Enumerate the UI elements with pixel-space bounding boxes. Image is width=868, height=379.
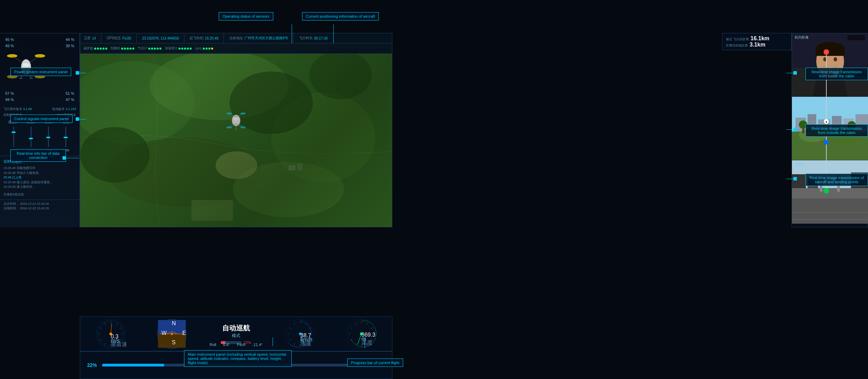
cabin-outside-dot bbox=[793, 128, 797, 131]
sdot bbox=[159, 48, 161, 50]
sep2 bbox=[136, 33, 137, 43]
beijing-value: 2016-12-22 15:42:26 bbox=[20, 202, 49, 205]
version-info: 飞行固件版本 3.1.08 电池版本 3.1.153 bbox=[0, 106, 80, 112]
log-entry-5: 15:25:58 接入图传存... bbox=[3, 185, 76, 190]
sdot bbox=[154, 48, 156, 50]
svg-rect-134 bbox=[792, 174, 806, 188]
gps-label: GPS状态 bbox=[107, 36, 121, 41]
baro-label: 气压计 bbox=[138, 46, 147, 51]
fp-dot-end bbox=[824, 188, 829, 194]
power-row-bot2: 49 % 47 % bbox=[5, 97, 74, 103]
realtime-dot bbox=[62, 156, 66, 160]
power-annotation-line bbox=[79, 73, 86, 73]
positioning-annotation: Current positioning information of aircr… bbox=[302, 12, 379, 20]
fp-dot-start bbox=[824, 49, 829, 55]
sep3 bbox=[184, 33, 184, 43]
power-tr2: 39 % bbox=[66, 43, 74, 49]
sdot bbox=[97, 48, 99, 50]
svg-text:N: N bbox=[172, 320, 176, 326]
local-value: 2016-12-22 15:42:26 bbox=[20, 207, 49, 210]
sdot bbox=[151, 48, 153, 50]
location-label: 当前地址 bbox=[229, 36, 243, 41]
slider-thumb-4 bbox=[64, 137, 68, 138]
sdot bbox=[208, 48, 210, 50]
local-time: 当地时间： 2016-12-22 15:42:26 bbox=[3, 206, 76, 211]
sdot bbox=[100, 48, 102, 50]
gps-sensor-label: GPS bbox=[195, 47, 202, 50]
duration-info: 飞行时长 00:17:38 bbox=[299, 36, 328, 41]
cabin-inside-panel: 机内影像 bbox=[792, 33, 868, 97]
beijing-label: 北京时间 bbox=[3, 202, 16, 205]
slider-track-3 bbox=[48, 126, 49, 147]
slider-track-2 bbox=[31, 126, 32, 147]
compass-label: 磁罗盘 bbox=[84, 46, 93, 51]
svg-rect-116 bbox=[848, 35, 865, 40]
landing-title: 起降点 bbox=[795, 162, 805, 167]
svg-rect-133 bbox=[792, 188, 868, 199]
log-entry-4: 15:25:48 接入成功, 连接连传通道... bbox=[3, 180, 76, 185]
baro-sensor: 气压计 bbox=[138, 46, 161, 51]
mode-sub: 模式 bbox=[221, 333, 251, 339]
sdot bbox=[130, 48, 132, 50]
pitch-label: Pitch bbox=[237, 343, 245, 347]
sdot bbox=[124, 48, 126, 50]
control-annotation: Control signals instrument panel bbox=[10, 115, 73, 123]
roll-value: 6.8° bbox=[223, 343, 230, 347]
power-row-top: 45 % 44 % bbox=[5, 37, 74, 43]
power-bl2: 49 % bbox=[5, 97, 14, 103]
sdot bbox=[211, 48, 213, 50]
power-bl: 57 % bbox=[5, 91, 14, 97]
duration-label: 飞行时长 bbox=[299, 36, 313, 41]
cabin-inside-title: 机内影像 bbox=[795, 35, 809, 40]
sdot bbox=[102, 48, 105, 50]
baro-dots bbox=[148, 48, 161, 50]
fp-arrow-icon: ▲ bbox=[825, 120, 828, 123]
coordinates: 23.192078, 113.494659 bbox=[142, 36, 179, 40]
sdot bbox=[127, 48, 129, 50]
nearest-value: 16.1km bbox=[751, 35, 769, 42]
fp-square-marker bbox=[824, 140, 828, 144]
roll-pitch-info: Roll 6.8° Pitch -11.4° bbox=[80, 341, 392, 348]
takeoff-time: 15:25:48 bbox=[205, 36, 218, 40]
takeoff-info: 起飞时刻 15:25:48 bbox=[190, 36, 218, 41]
nearest-label: 最近 飞行的距离 bbox=[726, 37, 749, 42]
gps-value: Fix3D bbox=[122, 36, 131, 40]
slider-track-1 bbox=[13, 126, 14, 147]
sdot bbox=[148, 48, 150, 50]
gps-dots bbox=[203, 48, 213, 50]
cabin-inside-dot bbox=[793, 71, 797, 75]
slider-track-4 bbox=[65, 126, 66, 147]
cabin-inside-line bbox=[786, 73, 793, 73]
battery-version: 电池版本 3.1.153 bbox=[52, 107, 76, 111]
sdot bbox=[178, 48, 181, 50]
satellite-info: 卫星 14 bbox=[84, 36, 96, 41]
svg-point-34 bbox=[23, 63, 30, 67]
main-container: 卫星 14 GPS状态 Fix3D 23.192078, 113.494659 … bbox=[0, 0, 868, 379]
duration-value: 00:17:38 bbox=[314, 36, 328, 40]
cabin-inside-annotation: Real-time image transmission from inside… bbox=[806, 68, 868, 80]
realtime-line bbox=[66, 158, 79, 158]
progress-percent: 22% bbox=[87, 362, 97, 368]
main-inst-line bbox=[273, 337, 273, 346]
sensor-annotation-line bbox=[292, 24, 292, 43]
nearest-distance: 最近 飞行的距离 16.1km bbox=[726, 35, 788, 42]
sensor-bar: 磁罗盘 陀螺仪 气压计 bbox=[80, 43, 392, 54]
map-overlay bbox=[80, 33, 392, 227]
compass-sensor: 磁罗盘 bbox=[84, 46, 107, 51]
left-panel: 45 % 44 % 49 % 39 % bbox=[0, 33, 80, 227]
sensors-annotation: Operating status of sensors bbox=[219, 12, 273, 20]
gps-sensor: GPS bbox=[195, 47, 213, 50]
slider-thumb-1 bbox=[11, 132, 16, 133]
roll-label: Roll bbox=[210, 343, 216, 347]
slider-thumb-3 bbox=[46, 137, 50, 138]
log-count: 共接收5条信息 bbox=[3, 192, 76, 197]
sdot bbox=[206, 48, 208, 50]
power-panel-annotation: Power system instrument panel bbox=[10, 68, 71, 76]
satellite-count: 14 bbox=[92, 36, 96, 40]
sep5 bbox=[293, 33, 294, 43]
log-entry-3: 25:48 已上线 bbox=[3, 175, 76, 180]
cabin-outside-title: 机外影像 bbox=[795, 99, 809, 103]
mode-name: 自动巡航 bbox=[221, 323, 251, 333]
gyro-dots bbox=[121, 48, 134, 50]
pitch-value: -11.4° bbox=[252, 343, 262, 347]
